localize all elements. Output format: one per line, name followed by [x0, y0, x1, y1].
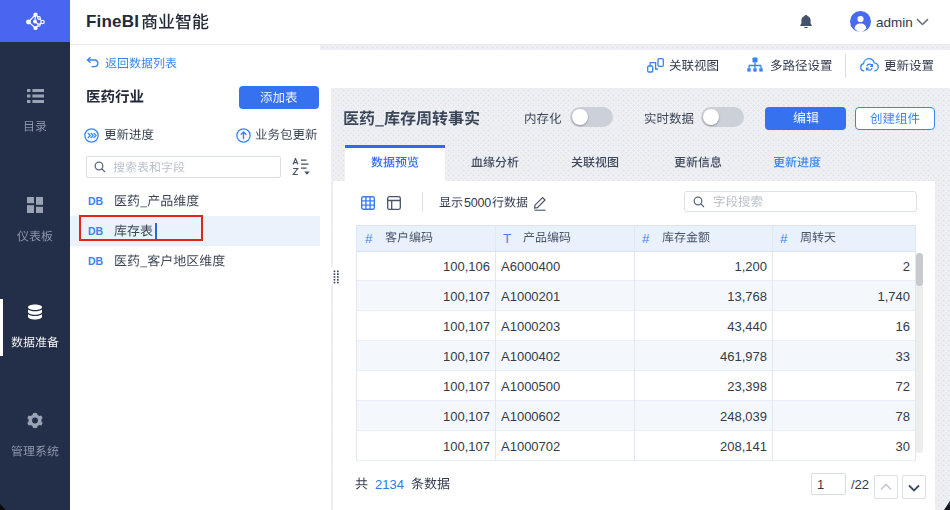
svg-text:DB: DB: [88, 255, 103, 267]
svg-text:DB: DB: [88, 195, 103, 207]
